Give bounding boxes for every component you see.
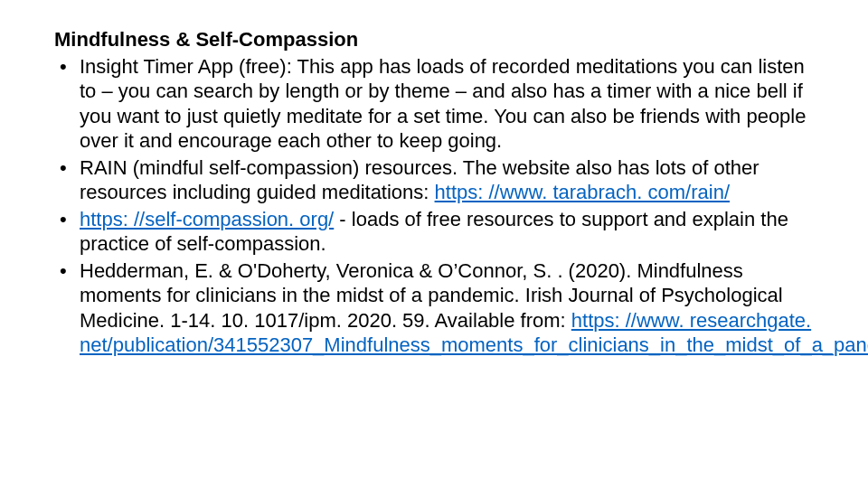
list-item: https: //self-compassion. org/ - loads o… (54, 207, 814, 257)
bullet-text: Insight Timer App (free): This app has l… (80, 55, 806, 153)
section-heading: Mindfulness & Self-Compassion (54, 27, 814, 52)
list-item: RAIN (mindful self-compassion) resources… (54, 155, 814, 205)
link-tarabrach[interactable]: https: //www. tarabrach. com/rain/ (435, 181, 730, 203)
list-item: Insight Timer App (free): This app has l… (54, 54, 814, 154)
slide: Mindfulness & Self-Compassion Insight Ti… (0, 0, 868, 488)
list-item: Hedderman, E. & O'Doherty, Veronica & O’… (54, 258, 814, 358)
link-self-compassion[interactable]: https: //self-compassion. org/ (80, 208, 334, 230)
bullet-list: Insight Timer App (free): This app has l… (54, 54, 814, 358)
